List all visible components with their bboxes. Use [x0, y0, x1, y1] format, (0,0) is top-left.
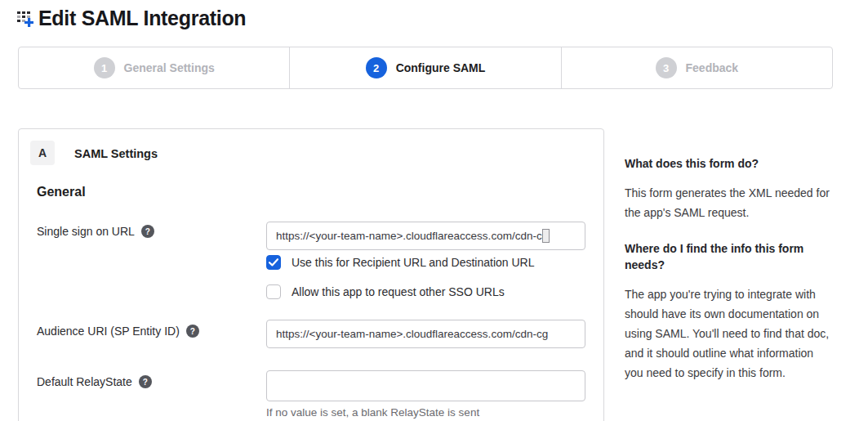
- sidebar-paragraph: This form generates the XML needed for t…: [625, 183, 830, 222]
- saml-settings-panel: A SAML Settings General Single sign on U…: [18, 128, 604, 421]
- sidebar-heading: Where do I find the info this form needs…: [625, 240, 830, 273]
- section-title: SAML Settings: [74, 147, 158, 160]
- step-feedback[interactable]: 3 Feedback: [561, 47, 832, 88]
- page-title: Edit SAML Integration: [38, 7, 246, 30]
- checkbox-unchecked-icon[interactable]: [266, 284, 281, 299]
- step-number-badge: 3: [656, 57, 677, 78]
- step-number-badge: 2: [366, 57, 387, 78]
- group-title-general: General: [37, 185, 86, 199]
- text-cursor: [542, 229, 550, 243]
- sso-url-label: Single sign on URL ?: [37, 225, 154, 238]
- step-configure-saml[interactable]: 2 Configure SAML: [289, 47, 560, 88]
- relay-state-label-text: Default RelayState: [37, 375, 132, 388]
- checkbox-label: Use this for Recipient URL and Destinati…: [292, 256, 535, 269]
- help-sidebar: What does this form do? This form genera…: [625, 155, 830, 401]
- audience-uri-value: https://<your-team-name>.cloudflareacces…: [276, 328, 548, 340]
- step-label: Configure SAML: [396, 61, 486, 74]
- audience-uri-label-text: Audience URI (SP Entity ID): [37, 325, 180, 338]
- step-label: Feedback: [686, 61, 739, 74]
- step-label: General Settings: [124, 61, 215, 74]
- wizard-stepper: 1 General Settings 2 Configure SAML 3 Fe…: [18, 47, 833, 89]
- step-number-badge: 1: [94, 57, 115, 78]
- page-header: Edit SAML Integration: [16, 7, 246, 30]
- sso-url-input[interactable]: https://<your-team-name>.cloudflareacces…: [266, 222, 585, 250]
- help-icon[interactable]: ?: [139, 375, 152, 388]
- relay-state-input[interactable]: [266, 370, 585, 401]
- relay-state-label: Default RelayState ?: [37, 375, 152, 388]
- recipient-url-checkbox-row[interactable]: Use this for Recipient URL and Destinati…: [266, 255, 535, 270]
- audience-uri-label: Audience URI (SP Entity ID) ?: [37, 325, 199, 338]
- sso-url-value: https://<your-team-name>.cloudflareacces…: [276, 230, 548, 242]
- other-sso-urls-checkbox-row[interactable]: Allow this app to request other SSO URLs: [266, 284, 505, 299]
- section-letter-badge: A: [30, 141, 55, 165]
- audience-uri-input[interactable]: https://<your-team-name>.cloudflareacces…: [266, 320, 585, 348]
- relay-state-helper-text: If no value is set, a blank RelayState i…: [266, 406, 479, 419]
- sidebar-paragraph: The app you're trying to integrate with …: [625, 284, 830, 383]
- checkbox-checked-icon[interactable]: [266, 255, 281, 270]
- checkbox-label: Allow this app to request other SSO URLs: [292, 285, 505, 298]
- help-icon[interactable]: ?: [141, 225, 154, 238]
- add-application-icon: [16, 8, 36, 29]
- sso-url-label-text: Single sign on URL: [37, 225, 135, 238]
- help-icon[interactable]: ?: [186, 325, 199, 338]
- sidebar-heading: What does this form do?: [625, 155, 830, 172]
- step-general-settings[interactable]: 1 General Settings: [19, 47, 289, 88]
